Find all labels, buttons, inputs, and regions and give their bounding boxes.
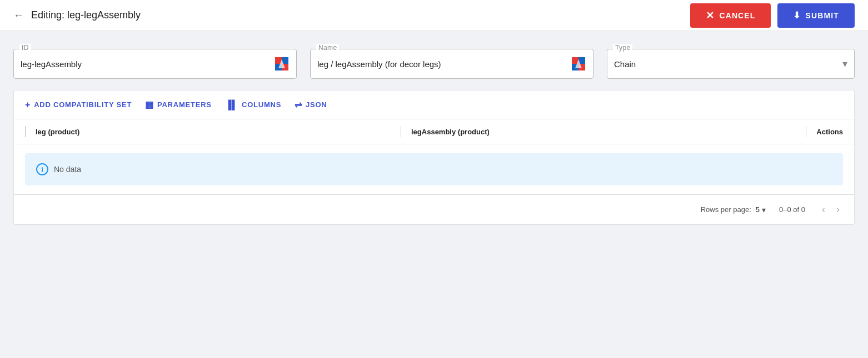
name-field-row: leg / legAssembly (for decor legs) <box>317 54 586 74</box>
actions-separator <box>806 126 806 137</box>
col2-header-text: legAssembly (product) <box>411 128 490 136</box>
info-icon: i <box>36 163 48 175</box>
submit-icon: ⬇ <box>793 10 801 21</box>
id-field-value: leg-legAssembly <box>21 59 274 69</box>
col2-header: legAssembly (product) <box>401 126 776 137</box>
actions-header: Actions <box>776 126 843 137</box>
rows-per-page-arrow-icon: ▾ <box>762 205 766 214</box>
minecraft-icon-id <box>275 57 288 70</box>
table-header: leg (product) legAssembly (product) Acti… <box>14 119 854 144</box>
page-title: Editing: leg-legAssembly <box>31 9 141 21</box>
top-bar-right: ✕ CANCEL ⬇ SUBMIT <box>690 3 855 28</box>
rows-per-page: Rows per page: 5 ▾ <box>701 205 766 214</box>
actions-header-text: Actions <box>816 128 843 136</box>
json-icon: ⇌ <box>295 99 302 110</box>
add-compatibility-label: ADD COMPATIBILITY SET <box>34 100 132 109</box>
no-data-row: i No data <box>25 153 843 185</box>
columns-icon: ▐▌ <box>225 100 238 110</box>
submit-button[interactable]: ⬇ SUBMIT <box>777 3 855 28</box>
top-bar-left: ← Editing: leg-legAssembly <box>13 9 141 22</box>
type-field-label: Type <box>613 44 632 52</box>
form-section: ID leg-legAssembly Name leg / legAssembl… <box>0 31 868 90</box>
rows-per-page-select[interactable]: 5 ▾ <box>756 205 766 214</box>
page-info: 0–0 of 0 <box>779 205 805 214</box>
columns-button[interactable]: ▐▌ COLUMNS <box>225 100 281 110</box>
cancel-icon: ✕ <box>706 9 715 22</box>
name-field-label: Name <box>316 44 339 52</box>
name-field-group: Name leg / legAssembly (for decor legs) <box>310 49 593 79</box>
page-nav: ‹ › <box>819 203 843 216</box>
back-arrow-icon[interactable]: ← <box>13 9 24 22</box>
minecraft-icon-name <box>572 57 585 70</box>
cancel-label: CANCEL <box>719 11 755 20</box>
id-field-row: leg-legAssembly <box>21 54 290 74</box>
pagination-bar: Rows per page: 5 ▾ 0–0 of 0 ‹ › <box>14 195 854 224</box>
type-dropdown-arrow-icon[interactable]: ▾ <box>842 58 847 70</box>
cancel-button[interactable]: ✕ CANCEL <box>690 3 771 28</box>
no-data-text: No data <box>54 165 81 174</box>
plus-icon: + <box>25 100 31 110</box>
type-field-row: Chain ▾ <box>614 54 847 74</box>
main-card: + ADD COMPATIBILITY SET ▦ PARAMETERS ▐▌ … <box>13 90 855 225</box>
col2-separator <box>401 126 401 137</box>
top-bar: ← Editing: leg-legAssembly ✕ CANCEL ⬇ SU… <box>0 0 868 31</box>
submit-label: SUBMIT <box>806 11 839 20</box>
prev-page-button[interactable]: ‹ <box>819 203 829 216</box>
json-label: JSON <box>306 100 327 109</box>
parameters-icon: ▦ <box>145 99 154 110</box>
add-compatibility-set-button[interactable]: + ADD COMPATIBILITY SET <box>25 100 132 110</box>
col1-header-text: leg (product) <box>36 128 79 136</box>
json-button[interactable]: ⇌ JSON <box>295 99 327 110</box>
toolbar: + ADD COMPATIBILITY SET ▦ PARAMETERS ▐▌ … <box>14 90 854 119</box>
rows-per-page-value: 5 <box>756 205 760 214</box>
name-field-icon[interactable] <box>571 56 586 72</box>
rows-per-page-label: Rows per page: <box>701 205 751 214</box>
parameters-button[interactable]: ▦ PARAMETERS <box>145 99 212 110</box>
next-page-button[interactable]: › <box>833 203 843 216</box>
type-field-value: Chain <box>614 59 842 69</box>
parameters-label: PARAMETERS <box>157 100 212 109</box>
col1-separator <box>25 126 26 137</box>
col1-header: leg (product) <box>25 126 401 137</box>
name-field-value: leg / legAssembly (for decor legs) <box>317 59 571 69</box>
columns-label: COLUMNS <box>242 100 281 109</box>
id-field-group: ID leg-legAssembly <box>13 49 297 79</box>
id-field-label: ID <box>19 44 31 52</box>
type-field-group[interactable]: Type Chain ▾ <box>607 49 855 79</box>
id-field-icon[interactable] <box>274 56 290 72</box>
